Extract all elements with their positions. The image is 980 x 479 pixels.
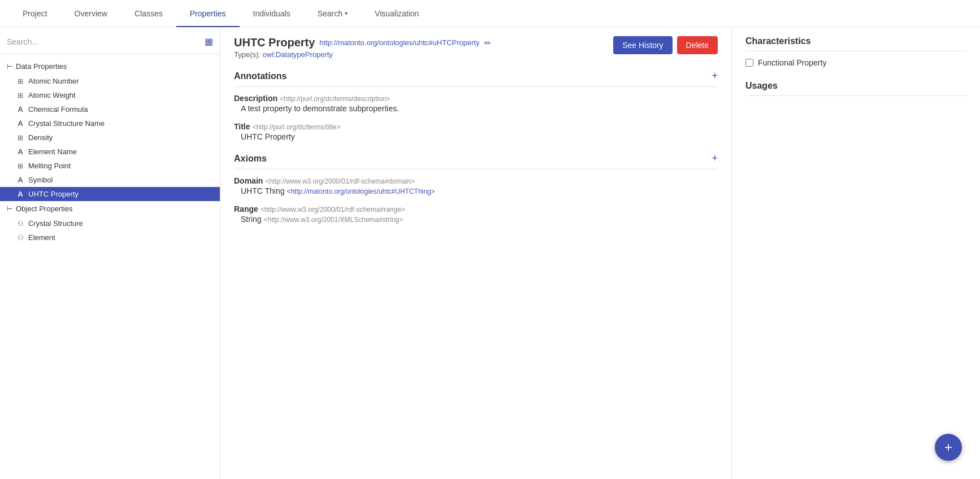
sidebar-item-symbol[interactable]: A Symbol (0, 173, 220, 187)
functional-property-checkbox[interactable] (745, 59, 753, 67)
annotations-section: Annotations + Description <http://purl.o… (234, 70, 718, 141)
content-area: UHTC Property http://matonto.org/ontolog… (220, 27, 731, 479)
axiom-range-uri: <http://www.w3.org/2000/01/rdf-schema#ra… (261, 206, 405, 214)
data-properties-group[interactable]: ⊢ Data Properties (0, 59, 220, 74)
grid-icon: ⊞ (16, 162, 25, 170)
nav-individuals[interactable]: Individuals (240, 0, 304, 27)
letter-a-icon: A (16, 119, 25, 128)
nav-search[interactable]: Search ▾ (304, 0, 361, 27)
axiom-domain-value: UHTC Thing <http://matonto.org/ontologie… (234, 186, 718, 195)
annotations-header: Annotations + (234, 70, 718, 87)
link-icon: ⚇ (16, 220, 25, 228)
axioms-title: Axioms (234, 154, 267, 164)
functional-property-label: Functional Property (758, 58, 826, 67)
sidebar-item-crystal-structure[interactable]: ⚇ Crystal Structure (0, 216, 220, 230)
annotations-title: Annotations (234, 71, 287, 81)
expand-icon: ⊢ (7, 63, 12, 71)
search-container: ▦ (0, 34, 220, 54)
letter-a-icon: A (16, 190, 25, 198)
usages-title: Usages (745, 81, 966, 96)
fab-button[interactable]: + (935, 434, 962, 461)
add-annotation-icon[interactable]: + (712, 70, 718, 82)
sidebar-item-density[interactable]: ⊞ Density (0, 130, 220, 145)
object-properties-group[interactable]: ⊢ Object Properties (0, 201, 220, 216)
axioms-header: Axioms + (234, 153, 718, 169)
axiom-range-label: Range <http://www.w3.org/2000/01/rdf-sch… (234, 204, 718, 214)
annotation-title-label: Title <http://purl.org/dc/terms/title> (234, 122, 718, 131)
annotation-title: Title <http://purl.org/dc/terms/title> U… (234, 122, 718, 141)
grid-icon: ⊞ (16, 134, 25, 142)
search-input[interactable] (7, 37, 205, 46)
letter-a-icon: A (16, 147, 25, 156)
add-axiom-icon[interactable]: + (712, 153, 718, 164)
grid-icon: ⊞ (16, 77, 25, 85)
axiom-domain-uri: <http://www.w3.org/2000/01/rdf-schema#do… (265, 177, 415, 185)
sidebar-item-crystal-structure-name[interactable]: A Crystal Structure Name (0, 116, 220, 130)
top-navigation: Project Overview Classes Properties Indi… (0, 0, 980, 27)
filter-icon[interactable]: ▦ (205, 36, 213, 47)
right-panel: Characteristics Functional Property Usag… (731, 27, 980, 479)
property-title-group: UHTC Property http://matonto.org/ontolog… (234, 36, 491, 59)
sidebar-item-melting-point[interactable]: ⊞ Melting Point (0, 159, 220, 173)
annotation-description-value: A test property to demonstrate subproper… (234, 104, 718, 113)
characteristics-title: Characteristics (745, 36, 966, 51)
see-history-button[interactable]: See History (613, 36, 672, 54)
nav-project[interactable]: Project (9, 0, 61, 27)
sidebar-item-chemical-formula[interactable]: A Chemical Formula (0, 102, 220, 116)
sidebar: ▦ ⊢ Data Properties ⊞ Atomic Number ⊞ At… (0, 27, 220, 479)
sidebar-item-element[interactable]: ⚇ Element (0, 230, 220, 245)
letter-a-icon: A (16, 176, 25, 184)
property-title-row: UHTC Property http://matonto.org/ontolog… (234, 36, 491, 49)
property-header: UHTC Property http://matonto.org/ontolog… (234, 36, 718, 59)
property-type: Type(s): owl:DatatypeProperty (234, 50, 491, 59)
main-layout: ▦ ⊢ Data Properties ⊞ Atomic Number ⊞ At… (0, 27, 980, 479)
sidebar-item-atomic-number[interactable]: ⊞ Atomic Number (0, 74, 220, 88)
letter-a-icon: A (16, 105, 25, 114)
axiom-range-value: String <http://www.w3.org/2001/XMLSchema… (234, 215, 718, 224)
annotation-description: Description <http://purl.org/dc/terms/de… (234, 94, 718, 113)
nav-overview[interactable]: Overview (61, 0, 121, 27)
header-buttons: See History Delete (613, 36, 718, 54)
axiom-domain: Domain <http://www.w3.org/2000/01/rdf-sc… (234, 176, 718, 195)
grid-icon: ⊞ (16, 92, 25, 99)
functional-property-row: Functional Property (745, 58, 966, 67)
annotation-description-label: Description <http://purl.org/dc/terms/de… (234, 94, 718, 103)
link-icon: ⚇ (16, 234, 25, 242)
axiom-domain-label: Domain <http://www.w3.org/2000/01/rdf-sc… (234, 176, 718, 185)
sidebar-item-element-name[interactable]: A Element Name (0, 145, 220, 159)
nav-visualization[interactable]: Visualization (361, 0, 432, 27)
axioms-section: Axioms + Domain <http://www.w3.org/2000/… (234, 153, 718, 224)
axiom-domain-link[interactable]: <http://matonto.org/ontologies/uhtc#UHTC… (287, 188, 435, 195)
sidebar-item-uhtc-property[interactable]: A UHTC Property (0, 187, 220, 201)
nav-properties[interactable]: Properties (176, 0, 240, 27)
chevron-down-icon: ▾ (345, 10, 348, 16)
axiom-range-link: <http://www.w3.org/2001/XMLSchema#string… (263, 216, 403, 224)
property-type-value: owl:DatatypeProperty (263, 50, 333, 59)
nav-classes[interactable]: Classes (121, 0, 176, 27)
sidebar-item-atomic-weight[interactable]: ⊞ Atomic Weight (0, 88, 220, 102)
annotation-title-uri: <http://purl.org/dc/terms/title> (252, 123, 340, 131)
expand-icon: ⊢ (7, 205, 12, 213)
property-uri: http://matonto.org/ontologies/uhtc#uHTCP… (319, 38, 479, 47)
axiom-range: Range <http://www.w3.org/2000/01/rdf-sch… (234, 204, 718, 224)
delete-button[interactable]: Delete (677, 36, 718, 54)
property-name: UHTC Property (234, 36, 315, 49)
edit-icon[interactable]: ✏ (484, 38, 491, 47)
annotation-description-uri: <http://purl.org/dc/terms/description> (280, 95, 390, 103)
annotation-title-value: UHTC Property (234, 132, 718, 141)
